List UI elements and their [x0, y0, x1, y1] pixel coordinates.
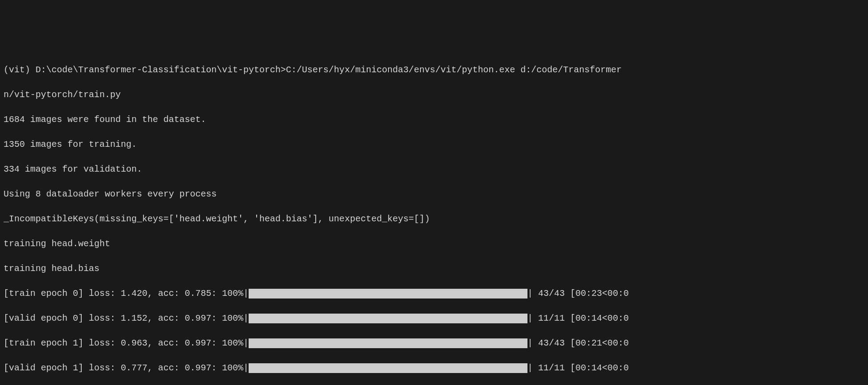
progress-row: [train epoch 1] loss: 0.963, acc: 0.997:…: [4, 337, 864, 350]
progress-row: [valid epoch 1] loss: 0.777, acc: 0.997:…: [4, 362, 864, 374]
progress-prefix: [valid epoch 0] loss: 1.152, acc: 0.997:…: [4, 312, 249, 325]
progress-row: [valid epoch 0] loss: 1.152, acc: 0.997:…: [4, 312, 864, 325]
progress-suffix: | 11/11 [00:14<00:0: [527, 312, 629, 325]
progress-prefix: [train epoch 0] loss: 1.420, acc: 0.785:…: [4, 287, 249, 300]
info-line: 1350 images for training.: [4, 138, 864, 151]
info-line: 334 images for validation.: [4, 163, 864, 176]
info-line: training head.weight: [4, 238, 864, 250]
progress-bar-icon: [249, 363, 527, 373]
progress-bar-icon: [249, 289, 527, 299]
progress-bar-icon: [249, 338, 527, 348]
progress-suffix: | 11/11 [00:14<00:0: [527, 362, 629, 374]
info-line: 1684 images were found in the dataset.: [4, 114, 864, 126]
progress-suffix: | 43/43 [00:23<00:0: [527, 287, 629, 300]
progress-bar-icon: [249, 314, 527, 323]
progress-suffix: | 43/43 [00:21<00:0: [527, 337, 629, 350]
progress-row: [train epoch 0] loss: 1.420, acc: 0.785:…: [4, 287, 864, 300]
progress-prefix: [train epoch 1] loss: 0.963, acc: 0.997:…: [4, 337, 249, 350]
terminal-output[interactable]: (vit) D:\code\Transformer-Classification…: [4, 51, 864, 385]
info-line: Using 8 dataloader workers every process: [4, 188, 864, 200]
info-line: training head.bias: [4, 263, 864, 275]
command-line-1: (vit) D:\code\Transformer-Classification…: [4, 64, 864, 76]
command-line-2: n/vit-pytorch/train.py: [4, 89, 864, 101]
info-line: _IncompatibleKeys(missing_keys=['head.we…: [4, 213, 864, 225]
progress-prefix: [valid epoch 1] loss: 0.777, acc: 0.997:…: [4, 362, 249, 374]
